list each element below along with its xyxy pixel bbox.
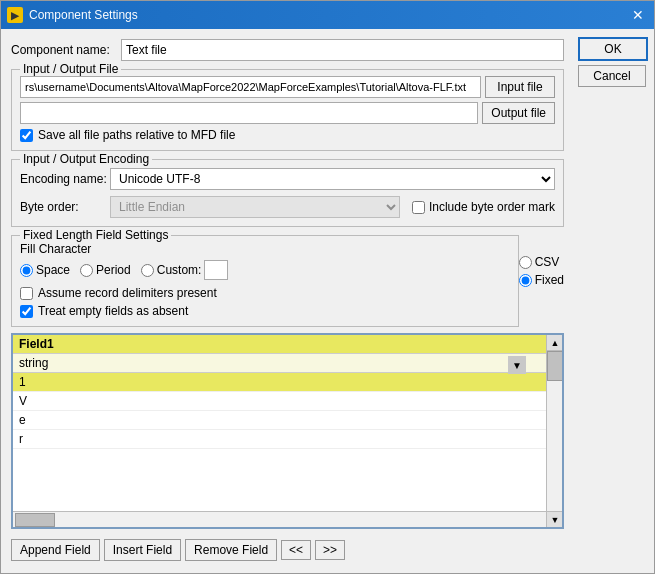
include-byte-order-label: Include byte order mark [429,200,555,214]
radio-csv-input[interactable] [519,256,532,269]
radio-custom: Custom: [141,260,229,280]
list-item[interactable]: e [13,411,546,430]
encoding-name-select[interactable]: Unicode UTF-8 [110,168,555,190]
component-name-label: Component name: [11,43,121,57]
csv-fixed-group: CSV Fixed [519,255,564,333]
title-bar: ▶ Component Settings ✕ [1,1,654,29]
save-relative-checkbox[interactable] [20,129,33,142]
radio-space-label: Space [36,263,70,277]
save-relative-label: Save all file paths relative to MFD file [38,128,235,142]
include-byte-order-checkbox[interactable] [412,201,425,214]
output-file-path[interactable] [20,102,478,124]
field-type: string [19,356,48,370]
byte-order-row: Byte order: Little Endian Include byte o… [20,196,555,218]
field-header-name: Field1 [19,337,54,351]
radio-space: Space [20,263,70,277]
cancel-button[interactable]: Cancel [578,65,646,87]
save-relative-row: Save all file paths relative to MFD file [20,128,555,142]
scroll-thumb [547,351,562,381]
output-file-row: Output file [20,102,555,124]
list-item[interactable]: V [13,392,546,411]
bottom-toolbar: Append Field Insert Field Remove Field <… [11,535,564,563]
radio-fixed-item: Fixed [519,273,564,287]
io-file-section: Input / Output File Input file Output fi… [11,69,564,151]
input-file-button[interactable]: Input file [485,76,555,98]
component-name-row: Component name: [11,39,564,61]
horizontal-scroll-thumb[interactable] [15,513,55,527]
io-encoding-title: Input / Output Encoding [20,152,152,166]
radio-fixed-label: Fixed [535,273,564,287]
assume-delimiters-label: Assume record delimiters present [38,286,217,300]
close-button[interactable]: ✕ [628,5,648,25]
fixed-group-title: Fixed Length Field Settings [20,228,171,242]
append-field-button[interactable]: Append Field [11,539,100,561]
radio-period-label: Period [96,263,131,277]
app-icon: ▶ [7,7,23,23]
field-scroll-area[interactable]: V e r [13,392,546,511]
encoding-name-row: Encoding name: Unicode UTF-8 [20,168,555,190]
nav-right-button[interactable]: >> [315,540,345,560]
dialog-title: Component Settings [29,8,628,22]
treat-empty-label: Treat empty fields as absent [38,304,188,318]
radio-csv-item: CSV [519,255,560,269]
io-file-title: Input / Output File [20,62,121,76]
radio-fixed-input[interactable] [519,274,532,287]
list-item[interactable]: r [13,430,546,449]
horizontal-scrollbar[interactable] [13,511,546,527]
main-panel: Component name: Input / Output File Inpu… [1,29,574,573]
fill-char-radio-row: Space Period Custom: [20,260,510,280]
scroll-up-button[interactable]: ▲ [547,335,562,351]
radio-space-input[interactable] [20,264,33,277]
assume-delimiters-row: Assume record delimiters present [20,286,510,300]
component-name-input[interactable] [121,39,564,61]
field-table: Field1 string ▼ 1 V e r [11,333,564,529]
byte-order-select[interactable]: Little Endian [110,196,400,218]
selected-row-value: 1 [19,375,26,389]
dropdown-arrow-icon[interactable]: ▼ [508,356,526,374]
dialog-window: ▶ Component Settings ✕ Component name: I… [0,0,655,574]
ok-button[interactable]: OK [578,37,648,61]
encoding-name-label: Encoding name: [20,172,110,186]
content-area: Component name: Input / Output File Inpu… [1,29,654,573]
output-file-button[interactable]: Output file [482,102,555,124]
field-table-header: Field1 [13,335,546,354]
radio-period: Period [80,263,131,277]
nav-left-button[interactable]: << [281,540,311,560]
radio-custom-label: Custom: [157,263,202,277]
radio-period-input[interactable] [80,264,93,277]
byte-order-label: Byte order: [20,200,110,214]
assume-delimiters-checkbox[interactable] [20,287,33,300]
radio-csv-label: CSV [535,255,560,269]
io-encoding-section: Input / Output Encoding Encoding name: U… [11,159,564,227]
field-table-subheader[interactable]: string ▼ [13,354,546,373]
input-file-row: Input file [20,76,555,98]
vertical-scrollbar[interactable]: ▲ ▼ [546,335,562,527]
remove-field-button[interactable]: Remove Field [185,539,277,561]
fixed-group: Fixed Length Field Settings Fill Charact… [11,235,519,327]
treat-empty-row: Treat empty fields as absent [20,304,510,318]
treat-empty-checkbox[interactable] [20,305,33,318]
scroll-down-button[interactable]: ▼ [547,511,562,527]
fill-char-label: Fill Character [20,242,510,256]
custom-char-input[interactable] [204,260,228,280]
insert-field-button[interactable]: Insert Field [104,539,181,561]
fixed-settings-area: Fixed Length Field Settings Fill Charact… [11,235,564,333]
side-buttons-panel: OK Cancel [574,29,654,573]
radio-custom-input[interactable] [141,264,154,277]
input-file-path[interactable] [20,76,481,98]
field-row-selected[interactable]: 1 [13,373,546,392]
